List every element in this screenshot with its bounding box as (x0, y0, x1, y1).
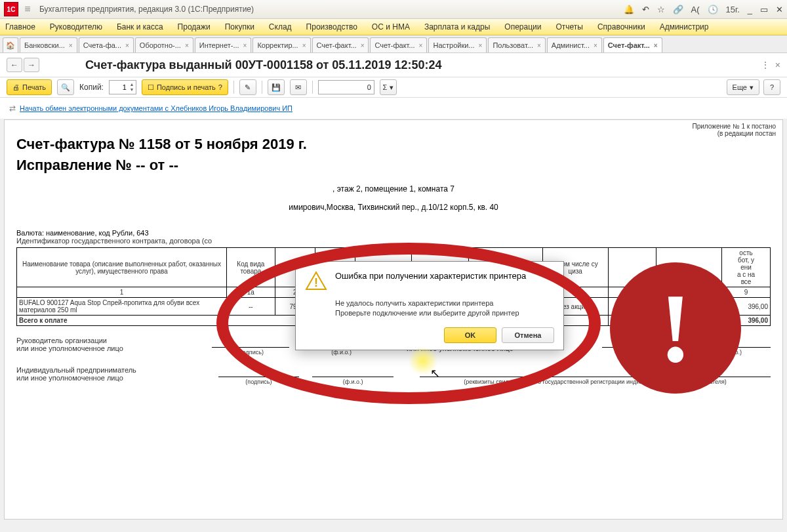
dialog-message: Не удалось получить характеристики принт… (335, 298, 554, 318)
menu-item[interactable]: Администрир (660, 22, 709, 31)
tab-bar: 🏠 Банковски...×Счета-фа...×Оборотно-...×… (0, 35, 787, 53)
tab[interactable]: Админист...× (547, 37, 602, 52)
tab-label: Счет-факт... (317, 41, 357, 49)
tab-label: Админист... (552, 41, 590, 49)
menu-item[interactable]: Операции (504, 22, 541, 31)
clock-icon[interactable]: 🕓 (708, 5, 718, 14)
tab-close-icon[interactable]: × (654, 42, 658, 49)
menu-item[interactable]: Руководителю (50, 22, 102, 31)
tab-close-icon[interactable]: × (537, 42, 541, 49)
copies-stepper[interactable]: ▲▼ (109, 80, 136, 94)
currency-label: Валюта: наименование, код Рубли, 643 (16, 229, 771, 237)
sign-print-button[interactable]: ☐ Подпись и печать ? (142, 79, 228, 95)
tab-close-icon[interactable]: × (361, 42, 365, 49)
sigma-button[interactable]: Σ ▾ (380, 79, 397, 95)
link-icon[interactable]: 🔗 (673, 5, 683, 14)
user-label: А( (691, 5, 700, 14)
tab-label: Корректир... (257, 41, 298, 49)
tab-label: Счет-факт... (608, 41, 650, 49)
hamburger-icon[interactable]: ≡ (21, 3, 34, 15)
close-doc-icon[interactable]: × (775, 60, 780, 70)
menu-item[interactable]: Склад (269, 22, 292, 31)
tab[interactable]: Интернет-...× (195, 37, 252, 52)
tab-label: Пользоват... (493, 41, 533, 49)
address-2: имирович,Москва, Тихвинский пер., д.10/1… (16, 203, 771, 212)
annex-note: Приложение № 1 к постано (в редакции пос… (692, 123, 776, 137)
tab-close-icon[interactable]: × (594, 42, 597, 49)
star-icon[interactable]: ☆ (657, 5, 665, 14)
bell-icon[interactable]: 🔔 (624, 5, 634, 14)
titlebar: 1C ≡ Бухгалтерия предприятия, редакция 3… (0, 0, 787, 19)
cancel-button[interactable]: Отмена (502, 327, 554, 343)
correction-heading: Исправление № -- от -- (16, 157, 771, 174)
tab-label: Счет-факт... (374, 41, 414, 49)
menu-item[interactable]: Главное (5, 22, 35, 31)
print-button[interactable]: 🖨 Печать (7, 79, 52, 95)
th-code: Код вида товара (226, 248, 275, 287)
copies-label: Копий: (79, 83, 104, 92)
nav-back-button[interactable]: ← (7, 58, 22, 72)
tab-label: Интернет-... (199, 41, 239, 49)
tab-label: Банковски... (24, 41, 65, 49)
tab-close-icon[interactable]: × (302, 42, 306, 49)
edit-icon[interactable]: ✎ (239, 79, 256, 95)
document-header: ← → Счет-фактура выданный 00УТ-0001158 о… (0, 53, 787, 77)
menu-item[interactable]: Производство (306, 22, 357, 31)
help-button[interactable]: ? (763, 79, 780, 95)
exchange-icon: ⇄ (9, 104, 16, 113)
th-name: Наименование товара (описание выполненны… (17, 248, 227, 287)
tab[interactable]: Счет-факт...× (603, 37, 662, 52)
save-icon[interactable]: 💾 (268, 79, 285, 95)
ok-button[interactable]: OK (444, 327, 496, 343)
year-label: 15г. (726, 5, 740, 14)
sum-field[interactable]: 0 (318, 80, 374, 94)
tab-close-icon[interactable]: × (479, 42, 483, 49)
tab[interactable]: Счет-факт...× (370, 37, 427, 52)
menu-item[interactable]: Справочники (597, 22, 645, 31)
tab[interactable]: Пользоват...× (488, 37, 545, 52)
svg-text:!: ! (314, 276, 318, 289)
minimize-icon[interactable]: _ (748, 5, 752, 14)
dialog-title: Ошибка при получении характеристик принт… (335, 271, 526, 282)
th-right: остьбот, уениа с навсе (722, 248, 771, 287)
link-bar: ⇄ Начать обмен электронными документами … (0, 98, 787, 119)
preview-button[interactable]: 🔍 (57, 79, 74, 95)
home-tab[interactable]: 🏠 (3, 37, 18, 52)
tab[interactable]: Счет-факт...× (312, 37, 369, 52)
warning-icon: ! (305, 271, 327, 291)
tab-close-icon[interactable]: × (69, 42, 73, 49)
tab-close-icon[interactable]: × (419, 42, 423, 49)
toolbar: 🖨 Печать 🔍 Копий: ▲▼ ☐ Подпись и печать … (0, 77, 787, 98)
tab[interactable]: Банковски...× (20, 37, 77, 52)
menu-item[interactable]: Продажи (178, 22, 211, 31)
document-title: Счет-фактура выданный 00УТ-0001158 от 05… (85, 58, 441, 72)
edo-link[interactable]: Начать обмен электронными документами с … (20, 104, 293, 112)
close-icon[interactable]: ✕ (776, 5, 783, 14)
tab-label: Настройки... (433, 41, 474, 49)
menu-item[interactable]: Банк и касса (117, 22, 163, 31)
more-button[interactable]: Еще ▾ (727, 79, 759, 95)
tab-label: Счета-фа... (83, 41, 121, 49)
mail-icon[interactable]: ✉ (290, 79, 307, 95)
tab-label: Оборотно-... (140, 41, 181, 49)
app-logo: 1C (4, 2, 18, 16)
app-title: Бухгалтерия предприятия, редакция 3.0 (1… (39, 5, 254, 14)
tab[interactable]: Корректир...× (252, 37, 310, 52)
tab[interactable]: Оборотно-...× (135, 37, 193, 52)
tab-close-icon[interactable]: × (185, 42, 189, 49)
more-icon[interactable]: ⋮ (761, 60, 770, 70)
tab[interactable]: Счета-фа...× (79, 37, 134, 52)
menu-item[interactable]: Покупки (225, 22, 254, 31)
tab-close-icon[interactable]: × (125, 42, 129, 49)
tab-close-icon[interactable]: × (243, 42, 247, 49)
contract-label: Идентификатор государственного контракта… (16, 237, 771, 245)
menu-item[interactable]: Отчеты (555, 22, 582, 31)
tab[interactable]: Настройки...× (428, 37, 487, 52)
history-icon[interactable]: ↶ (642, 5, 649, 14)
maximize-icon[interactable]: ▭ (760, 5, 768, 14)
main-menu: Главное Руководителю Банк и касса Продаж… (0, 19, 787, 35)
menu-item[interactable]: ОС и НМА (372, 22, 410, 31)
address-1: , этаж 2, помещение 1, комната 7 (16, 184, 771, 194)
nav-forward-button[interactable]: → (24, 58, 39, 72)
menu-item[interactable]: Зарплата и кадры (424, 22, 490, 31)
